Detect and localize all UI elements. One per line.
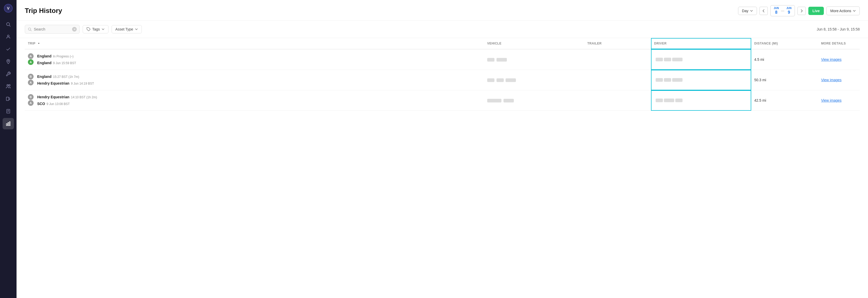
header-controls: Day JUN 8 — JUN 9 Live	[738, 5, 860, 16]
table-row: B Hendry Equestrian 14:10 BST (1h 2m) A …	[25, 90, 860, 111]
date-range-display: JUN 8 — JUN 9	[770, 5, 795, 16]
sidebar-item-people[interactable]	[3, 81, 14, 92]
tags-chevron-icon	[101, 28, 104, 31]
more-actions-label: More Actions	[830, 9, 851, 13]
col-header-trailer: TRAILER	[584, 38, 651, 49]
view-images-link-row2[interactable]: View images	[821, 78, 841, 82]
main-content: Trip History Day JUN 8 — JUN 9	[17, 0, 868, 298]
col-header-more-details: MORE DETAILS	[818, 38, 860, 49]
col-header-vehicle: VEHICLE	[484, 38, 584, 49]
trip-start-meta: 14:10 BST (1h 2m)	[71, 96, 97, 99]
distance-value-row2: 50.3 mi	[754, 78, 766, 82]
trailer-cell-row1	[584, 49, 651, 70]
asset-type-label: Asset Type	[116, 27, 133, 31]
logo[interactable]: V	[3, 3, 13, 13]
svg-rect-13	[6, 124, 7, 126]
view-images-link-row1[interactable]: View images	[821, 57, 841, 61]
svg-point-16	[28, 28, 31, 30]
vehicle-blur-2	[503, 99, 514, 103]
header: Trip History Day JUN 8 — JUN 9	[17, 0, 868, 21]
driver-blur-1	[656, 99, 663, 102]
trip-cell-row1: A England In Progress (–) A England	[25, 49, 484, 70]
driver-blur-2	[664, 78, 671, 82]
svg-rect-8	[6, 97, 9, 100]
svg-rect-15	[9, 122, 10, 126]
col-header-trip[interactable]: TRIP	[25, 38, 484, 49]
date-to: JUN 9	[786, 7, 792, 15]
sidebar-item-check[interactable]	[3, 44, 14, 55]
trips-table: TRIP VEHICLE TRAILER DRIVER DISTANCE (MI…	[25, 38, 860, 111]
nav-next-button[interactable]	[798, 7, 806, 15]
date-from-month: JUN	[774, 7, 779, 10]
more-actions-button[interactable]: More Actions	[827, 6, 860, 15]
vehicle-cell-row3	[484, 90, 584, 111]
tag-icon	[87, 27, 91, 31]
date-to-day: 9	[786, 10, 792, 15]
svg-line-3	[9, 25, 10, 27]
nav-prev-button[interactable]	[760, 7, 768, 15]
table-header-row: TRIP VEHICLE TRAILER DRIVER DISTANCE (MI…	[25, 38, 860, 49]
tags-label: Tags	[92, 27, 100, 31]
distance-cell-row2: 50.3 mi	[751, 70, 818, 90]
distance-cell-row3: 42.5 mi	[751, 90, 818, 111]
search-input[interactable]	[34, 27, 70, 31]
driver-cell-row3	[651, 90, 751, 111]
trip-end-name: SCO	[37, 102, 45, 106]
trailer-cell-row2	[584, 70, 651, 90]
more-details-cell-row1[interactable]: View images	[818, 49, 860, 70]
trip-start-meta: 15:27 BST (1h 7m)	[53, 75, 79, 79]
table-row: A England In Progress (–) A England	[25, 49, 860, 70]
trip-start-status: In Progress (–)	[53, 55, 73, 58]
sidebar-item-fuel[interactable]	[3, 93, 14, 105]
date-to-month: JUN	[786, 7, 792, 10]
sidebar-item-driver[interactable]	[3, 31, 14, 43]
vehicle-blur-2	[497, 78, 504, 82]
vehicle-blur-1	[487, 78, 494, 82]
trip-end-badge: A	[28, 59, 34, 65]
live-button[interactable]: Live	[808, 7, 824, 15]
trip-end-badge: A	[28, 80, 34, 85]
trip-start-badge: A	[28, 53, 34, 59]
driver-blur-3	[672, 58, 683, 61]
trip-cell-row3: B Hendry Equestrian 14:10 BST (1h 2m) A …	[25, 90, 484, 111]
trip-start-name: England	[37, 75, 52, 79]
trip-end-name: England	[37, 61, 52, 65]
distance-value-row3: 42.5 mi	[754, 98, 766, 103]
trip-end-time: 9 Jun 14:19 BST	[71, 82, 94, 85]
svg-point-7	[9, 85, 10, 86]
asset-type-filter-button[interactable]: Asset Type	[112, 25, 142, 33]
driver-blur-1	[656, 78, 663, 82]
driver-cell-row2	[651, 70, 751, 90]
svg-point-4	[7, 35, 9, 37]
sidebar-item-person-pin[interactable]	[3, 56, 14, 67]
sidebar-item-analytics[interactable]	[3, 118, 14, 129]
tags-filter-button[interactable]: Tags	[83, 25, 108, 33]
trip-cell-row2: B England 15:27 BST (1h 7m) A Hendry Equ…	[25, 70, 484, 90]
date-from: JUN 8	[774, 7, 779, 15]
view-images-link-row3[interactable]: View images	[821, 98, 841, 103]
distance-cell-row1: 4.5 mi	[751, 49, 818, 70]
search-clear-button[interactable]: ✕	[72, 27, 77, 32]
trip-end-badge: A	[28, 100, 34, 106]
trip-end-time: 9 Jun 13:08 BST	[46, 102, 69, 106]
trip-end-time: 9 Jun 15:59 BST	[53, 61, 76, 65]
trip-start-name: England	[37, 54, 52, 58]
vehicle-blur-1	[487, 99, 501, 103]
sidebar-item-search[interactable]	[3, 19, 14, 30]
day-selector-button[interactable]: Day	[738, 7, 757, 15]
search-box[interactable]: ✕	[25, 25, 80, 34]
table-row: B England 15:27 BST (1h 7m) A Hendry Equ…	[25, 70, 860, 90]
driver-cell-row1	[651, 49, 751, 70]
more-details-cell-row2[interactable]: View images	[818, 70, 860, 90]
asset-type-chevron-icon	[135, 28, 138, 31]
driver-blur-3	[675, 99, 683, 102]
sidebar: V	[0, 0, 17, 298]
trip-start-name: Hendry Equestrian	[37, 95, 69, 99]
sidebar-item-clipboard[interactable]	[3, 106, 14, 117]
distance-value-row1: 4.5 mi	[754, 57, 764, 61]
table-container: TRIP VEHICLE TRAILER DRIVER DISTANCE (MI…	[17, 38, 868, 298]
more-details-cell-row3[interactable]: View images	[818, 90, 860, 111]
trailer-cell-row3	[584, 90, 651, 111]
sidebar-item-wrench[interactable]	[3, 68, 14, 80]
date-range-label: Jun 8, 15:58 - Jun 9, 15:58	[816, 27, 860, 31]
